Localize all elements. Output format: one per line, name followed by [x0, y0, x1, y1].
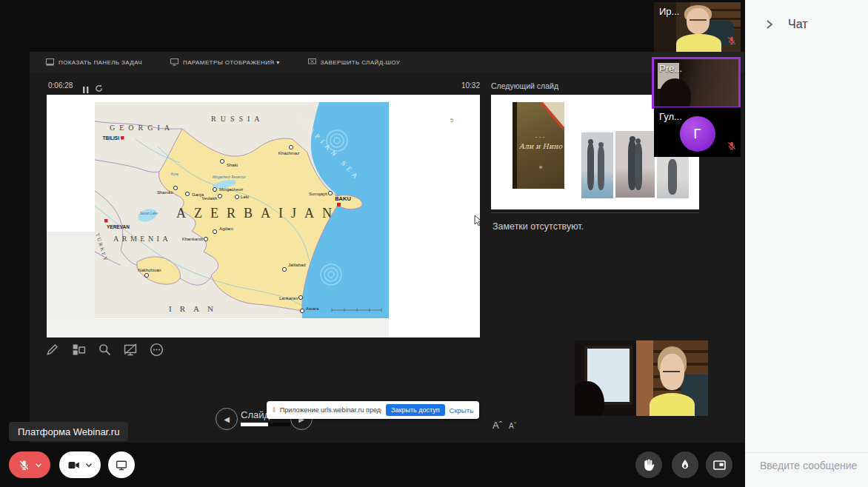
- collapse-chat-button[interactable]: [764, 19, 775, 30]
- previous-slide-button[interactable]: ◀: [216, 408, 238, 430]
- platform-tooltip: Платформа Webinar.ru: [9, 422, 128, 441]
- microphone-toggle-button[interactable]: [9, 451, 50, 478]
- chat-panel: Чат: [745, 0, 868, 487]
- map-label-azerbaijan: AZERBAIJAN: [176, 206, 340, 221]
- participant-tile-gul[interactable]: Г Гул...: [654, 107, 741, 157]
- map-label-iran: IRAN: [169, 304, 221, 313]
- notification-message: Приложение urls.webinar.ru предоставлен …: [280, 406, 381, 414]
- participant-name: Pre...: [659, 63, 682, 74]
- picture-in-picture-button[interactable]: [706, 451, 732, 478]
- map-label-reservoir: Mingachevir Reservoir: [213, 175, 246, 179]
- powerpoint-toolbar: ПОКАЗАТЬ ПАНЕЛЬ ЗАДАЧ ПАРАМЕТРЫ ОТОБРАЖЕ…: [30, 52, 744, 73]
- map-city-shamkir: Shamkir: [157, 190, 173, 195]
- avatar: Г: [680, 115, 715, 151]
- annotation-toolbar: [44, 340, 164, 358]
- display-options-label: ПАРАМЕТРЫ ОТОБРАЖЕНИЯ ▾: [183, 59, 280, 66]
- slide-number: 5: [450, 117, 453, 124]
- map-city-sumqayit: Sumqayit: [309, 192, 327, 196]
- previous-arrow-icon: ◀: [224, 415, 230, 423]
- map-city-mingachevir: Mingachevir: [219, 187, 243, 192]
- map-label-russia: RUSSIA: [211, 115, 264, 123]
- map-label-kura-river: Kura: [171, 172, 178, 176]
- self-view-video: [575, 340, 708, 416]
- monitor-icon: [115, 459, 128, 471]
- map-label-georgia: GEORGIA: [110, 124, 174, 132]
- map-city-laki: Laki: [241, 195, 249, 199]
- mic-muted-icon: [727, 141, 737, 154]
- black-screen-button[interactable]: [122, 340, 138, 358]
- magnifier-icon: [97, 342, 113, 357]
- pen-tool-button[interactable]: [44, 340, 61, 358]
- pip-icon: [712, 459, 727, 471]
- end-slideshow-icon: [308, 58, 316, 66]
- book-cover-image: ⌁⌁⌁ Али и Нино ✻: [513, 102, 564, 189]
- mic-muted-icon: [727, 36, 737, 49]
- notes-text: Заметки отсутствуют.: [493, 221, 584, 232]
- notes-divider: [491, 212, 699, 213]
- participant-tile-irina[interactable]: Ир...: [654, 2, 741, 52]
- map-city-agdam: Agdam: [219, 226, 233, 231]
- statue-photo: [615, 131, 655, 198]
- end-slideshow-button[interactable]: ЗАВЕРШИТЬ СЛАЙД-ШОУ: [308, 58, 401, 66]
- book-ornament: ⌁⌁⌁: [517, 135, 564, 139]
- book-ornament: ✻: [517, 164, 564, 169]
- chat-message-input[interactable]: [758, 459, 862, 472]
- map-capital-yerevan: YEREVAN: [107, 224, 130, 229]
- restart-timer-button[interactable]: [95, 82, 103, 95]
- map-city-jalilabad: Jalilabad: [288, 263, 306, 267]
- azerbaijan-map: GEORGIA RUSSIA ARMENIA IRAN TURKEY AZERB…: [47, 95, 480, 337]
- cast-icon: ‖: [273, 406, 276, 414]
- show-taskbar-label: ПОКАЗАТЬ ПАНЕЛЬ ЗАДАЧ: [59, 59, 142, 66]
- raised-hand-icon: [642, 458, 656, 472]
- display-options-button[interactable]: ПАРАМЕТРЫ ОТОБРАЖЕНИЯ ▾: [170, 58, 280, 66]
- mouse-cursor: [475, 215, 480, 226]
- statue-photo: [581, 132, 613, 198]
- see-all-slides-button[interactable]: [70, 340, 87, 358]
- slideshow-progress-bar: [241, 423, 290, 426]
- zoom-slide-button[interactable]: [96, 340, 113, 358]
- platform-tooltip-label: Платформа Webinar.ru: [18, 426, 119, 437]
- taskbar-icon: [46, 58, 54, 66]
- map-city-khankandi: Khankandi: [182, 237, 203, 241]
- webinar-app: ПОКАЗАТЬ ПАНЕЛЬ ЗАДАЧ ПАРАМЕТРЫ ОТОБРАЖЕ…: [0, 0, 868, 487]
- decrease-font-button[interactable]: Aˇ: [509, 422, 516, 430]
- chevron-down-icon[interactable]: [35, 463, 42, 468]
- participant-name: Гул...: [659, 111, 682, 122]
- next-slide-label: Следующий слайд: [491, 81, 558, 90]
- screen-share-button[interactable]: [108, 451, 135, 478]
- chat-title: Чат: [788, 18, 808, 31]
- chevron-down-icon[interactable]: [85, 463, 93, 468]
- elapsed-time: 0:06:28: [48, 81, 73, 90]
- map-city-yevlakh: Yevlakh: [201, 196, 217, 201]
- ellipsis-icon: [149, 342, 164, 357]
- end-slideshow-label: ЗАВЕРШИТЬ СЛАЙД-ШОУ: [321, 59, 401, 66]
- participant-tile-pre-speaking[interactable]: Pre...: [652, 57, 741, 109]
- hide-notification-link[interactable]: Скрыть: [450, 406, 473, 414]
- map-label-sevan-lake: Sevan Lake: [140, 212, 158, 215]
- map-capital-baku: BAKU: [335, 195, 351, 202]
- display-settings-icon: [170, 58, 178, 66]
- reactions-button[interactable]: [672, 451, 698, 478]
- pen-icon: [45, 342, 60, 357]
- book-title: Али и Нино: [517, 142, 564, 150]
- screen-share-notification: ‖ Приложение urls.webinar.ru предоставле…: [267, 401, 479, 419]
- monitor-slash-icon: [122, 342, 138, 357]
- stop-sharing-button[interactable]: Закрыть доступ: [386, 404, 445, 416]
- map-city-khachmaz: Khachmaz: [278, 151, 299, 155]
- map-city-lankaran: Lankaran: [279, 296, 298, 300]
- slide-grid-icon: [71, 342, 87, 357]
- map-city-shaki: Shaki: [227, 163, 238, 167]
- map-capital-tbilisi: TBILISI: [103, 135, 120, 141]
- chat-input-divider: [745, 452, 868, 453]
- raise-hand-button[interactable]: [635, 451, 662, 478]
- map-city-nakhchivan: Nakhchivan: [138, 268, 161, 272]
- mic-off-icon: [18, 459, 30, 471]
- show-taskbar-button[interactable]: ПОКАЗАТЬ ПАНЕЛЬ ЗАДАЧ: [46, 58, 142, 66]
- camera-toggle-button[interactable]: [59, 451, 101, 478]
- more-options-button[interactable]: [148, 340, 164, 358]
- camera-icon: [67, 460, 81, 471]
- statue-photo: [657, 156, 689, 198]
- map-city-astara: Astara: [306, 306, 319, 311]
- flame-icon: [678, 458, 692, 471]
- increase-font-button[interactable]: Aˆ: [493, 420, 502, 431]
